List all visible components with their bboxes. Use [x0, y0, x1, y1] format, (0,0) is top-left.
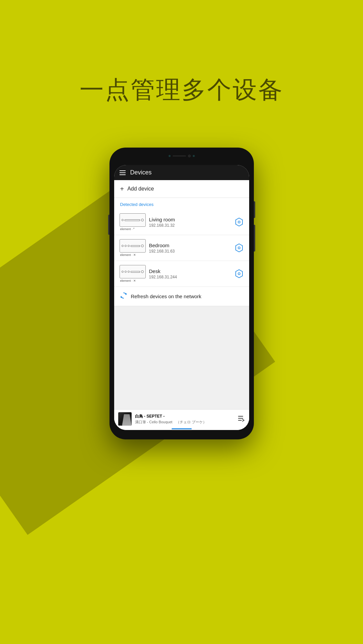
detected-label: Detected devices	[120, 202, 154, 207]
svg-marker-2	[236, 244, 242, 252]
add-device-row[interactable]: + Add device	[114, 180, 249, 198]
dev-dot-right-2	[141, 245, 144, 247]
device-ip-desk: 192.168.31.244	[149, 275, 234, 279]
app-bar-title: Devices	[130, 169, 152, 176]
dev-bar-1	[125, 219, 140, 221]
svg-point-1	[238, 221, 240, 223]
phone-screen: Devices + Add device Detected devices	[114, 165, 249, 430]
device-item-bedroom[interactable]: element · ✕ Bedroom 192.168.31.63	[114, 235, 249, 261]
device-info-bedroom: Bedroom 192.168.31.63	[146, 243, 234, 254]
hamburger-line-1	[120, 170, 126, 171]
hamburger-line-3	[120, 174, 126, 175]
device-name-living-room: Living room	[149, 217, 234, 222]
front-sensor	[169, 155, 171, 157]
album-art-image	[118, 412, 132, 426]
dev-dot-right-1	[141, 219, 144, 221]
queue-icon[interactable]	[238, 415, 245, 424]
dev-dot-2a	[122, 245, 124, 247]
vol-up-button	[108, 215, 109, 235]
phone-body: Devices + Add device Detected devices	[109, 148, 254, 439]
dev-bar-2	[131, 245, 140, 247]
notch	[160, 152, 203, 160]
dev-dot-3c	[128, 271, 130, 273]
device-name-desk: Desk	[149, 268, 234, 274]
track-info: 白鳥 - SEPTET - 溝口筆 - Cello Bouquet （チェロ ブ…	[135, 414, 234, 425]
phone-mockup: Devices + Add device Detected devices	[109, 148, 254, 439]
volume-button	[254, 225, 255, 252]
power-button	[254, 201, 255, 218]
hamburger-menu-button[interactable]	[120, 170, 126, 175]
device-info-desk: Desk 192.168.31.244	[146, 268, 234, 279]
refresh-label: Refresh devices on the network	[131, 293, 201, 299]
svg-marker-0	[236, 218, 242, 226]
device-image-1	[120, 213, 146, 227]
device-icon-bedroom: element · ✕	[120, 239, 146, 257]
device-image-2	[120, 239, 146, 253]
device-model-label-2: element · ✕	[120, 253, 146, 257]
device-name-bedroom: Bedroom	[149, 243, 234, 248]
bottom-nav-indicator	[114, 428, 249, 430]
device-item-living-room[interactable]: element · ᴾ Living room 192.168.31.32	[114, 209, 249, 235]
album-figure	[122, 414, 132, 426]
device-ip-living-room: 192.168.31.32	[149, 223, 234, 228]
svg-point-3	[238, 247, 240, 249]
app-bar: Devices	[114, 165, 249, 180]
device-settings-icon-1[interactable]	[234, 217, 244, 227]
dev-dot-2c	[128, 245, 130, 247]
detected-section-header: Detected devices	[114, 198, 249, 209]
dev-dot-3a	[122, 271, 124, 273]
device-settings-icon-2[interactable]	[234, 243, 244, 253]
earpiece	[173, 155, 186, 157]
svg-marker-4	[236, 270, 242, 278]
track-subtitle: 溝口筆 - Cello Bouquet （チェロ ブーケ）	[135, 420, 234, 425]
front-camera	[188, 155, 191, 157]
dev-bar-3	[131, 271, 140, 273]
now-playing-bar[interactable]: 白鳥 - SEPTET - 溝口筆 - Cello Bouquet （チェロ ブ…	[114, 409, 249, 428]
track-title: 白鳥 - SEPTET -	[135, 414, 234, 419]
dev-dot-2b	[125, 245, 127, 247]
dev-dot-1	[122, 219, 124, 221]
device-item-desk[interactable]: element · ✕ Desk 192.168.31.244	[114, 261, 249, 287]
device-settings-icon-3[interactable]	[234, 269, 244, 278]
device-icon-living-room: element · ᴾ	[120, 213, 146, 231]
refresh-row[interactable]: Refresh devices on the network	[114, 287, 249, 306]
page-title: 一点管理多个设备	[0, 74, 363, 106]
album-art	[118, 412, 132, 426]
hamburger-line-2	[120, 172, 126, 173]
add-icon: +	[120, 185, 124, 192]
refresh-icon	[120, 292, 127, 301]
grey-content-area	[114, 306, 249, 409]
device-ip-bedroom: 192.168.31.63	[149, 249, 234, 254]
dev-dot-right-3	[141, 270, 144, 273]
device-image-3	[120, 265, 146, 278]
dev-dot-3b	[125, 271, 127, 273]
device-icon-desk: element · ✕	[120, 265, 146, 282]
device-info-living-room: Living room 192.168.31.32	[146, 217, 234, 228]
svg-point-5	[238, 273, 240, 275]
nav-tab-active	[172, 428, 192, 429]
add-device-label: Add device	[127, 186, 154, 192]
device-model-label-1: element · ᴾ	[120, 227, 146, 231]
screen-content: + Add device Detected devices	[114, 180, 249, 430]
notch-bar	[114, 152, 249, 164]
device-model-label-3: element · ✕	[120, 279, 146, 282]
face-sensor	[193, 155, 195, 157]
